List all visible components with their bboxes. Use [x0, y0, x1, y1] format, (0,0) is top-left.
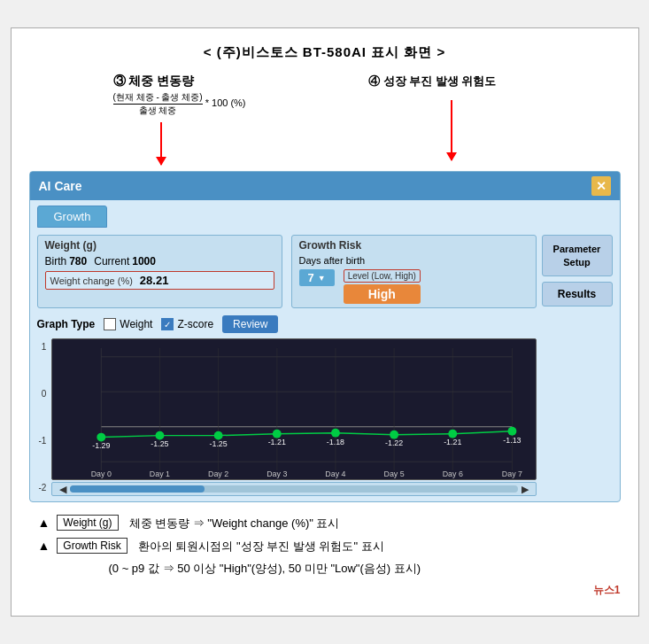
dialog-body: Weight (g) Birth 780 Current 1000 Weight… [30, 228, 620, 501]
y-label-neg2: -2 [39, 483, 47, 493]
days-box[interactable]: 7 ▼ [299, 269, 335, 286]
weight-row: Birth 780 Current 1000 [45, 255, 274, 268]
weight-check-label: Weight [120, 318, 152, 330]
arrow-weight-icon [160, 122, 162, 165]
chart-container: 1 0 -1 -2 [37, 338, 537, 496]
weight-panel: Weight (g) Birth 780 Current 1000 Weight… [37, 235, 282, 308]
weight-panel-title: Weight (g) [45, 239, 274, 252]
annotation-growth: ④ 성장 부진 발생 위험도 [368, 74, 496, 89]
svg-text:Day 0: Day 0 [91, 469, 112, 478]
close-button[interactable]: ✕ [591, 176, 611, 196]
scroll-left-icon[interactable]: ◀ [56, 484, 70, 495]
birth-label: Birth [45, 255, 67, 268]
annot-text-2: 환아의 퇴원시점의 "성장 부진 발생 위험도" 표시 [138, 538, 384, 555]
dialog-header: AI Care ✕ [30, 172, 620, 200]
chart-with-scroll: -1.29 -1.25 -1.25 -1.21 -1.18 -1.22 -1.2… [51, 338, 536, 496]
annotation-area: ③ 체중 변동량 (현재 체중 - 출생 체중) 출생 체중 * 100 (%)… [29, 74, 621, 171]
y-label-0: 0 [42, 389, 47, 399]
svg-text:Day 7: Day 7 [502, 469, 522, 478]
annot-tag-2: Growth Risk [57, 538, 127, 554]
growth-panel: Growth Risk Days after birth 7 ▼ Level (… [291, 235, 537, 308]
scroll-right-icon[interactable]: ▶ [518, 484, 532, 495]
annotation-weight-title: ③ 체중 변동량 [113, 74, 246, 89]
svg-text:Day 2: Day 2 [208, 469, 228, 478]
annot-row-2: ▲ Growth Risk 환아의 퇴원시점의 "성장 부진 발생 위험도" 표… [38, 538, 621, 555]
right-panel: ParameterSetup Results [542, 235, 613, 496]
bottom-annotations: ▲ Weight (g) 체중 변동량 ⇒ "Weight change (%)… [29, 515, 621, 578]
chart-svg: -1.29 -1.25 -1.25 -1.21 -1.18 -1.22 -1.2… [52, 339, 535, 479]
high-button[interactable]: High [344, 284, 421, 304]
weight-change-value: 28.21 [140, 274, 169, 287]
current-label: Current [94, 255, 129, 268]
weight-checkbox-group: Weight [104, 318, 152, 330]
svg-text:-1.22: -1.22 [385, 439, 403, 448]
level-row: Level (Low, High) High [344, 269, 421, 304]
svg-text:-1.25: -1.25 [210, 440, 228, 449]
arrow-growth-icon [451, 100, 452, 160]
chart-scrollbar[interactable]: ◀ ▶ [51, 482, 536, 496]
tab-bar: Growth [30, 200, 620, 228]
y-label-neg1: -1 [39, 436, 47, 446]
graph-type-label: Graph Type [37, 318, 96, 330]
annotation-weight: ③ 체중 변동량 (현재 체중 - 출생 체중) 출생 체중 * 100 (%) [113, 74, 246, 117]
tab-growth[interactable]: Growth [37, 206, 108, 228]
growth-panel-title: Growth Risk [299, 239, 529, 252]
y-label-1: 1 [42, 342, 47, 352]
outer-container: < (주)비스토스 BT-580AI 표시 화면 > ③ 체중 변동량 (현재 … [11, 27, 639, 617]
days-label: Days after birth [299, 255, 366, 266]
dropdown-arrow-icon: ▼ [318, 274, 326, 283]
svg-text:Day 6: Day 6 [443, 469, 463, 478]
svg-text:-1.25: -1.25 [151, 440, 169, 449]
birth-value: 780 [69, 255, 87, 268]
days-value: 7 [308, 271, 314, 284]
graph-controls: Graph Type Weight ✓ Z-score Review [37, 315, 537, 333]
days-row: Days after birth [299, 255, 529, 266]
annot-text-3: (0 ~ p9 값 ⇒ 50 이상 "High"(양성), 50 미만 "Low… [109, 560, 421, 578]
ai-care-dialog: AI Care ✕ Growth Weight (g) Birth 780 Cu… [29, 171, 621, 502]
svg-point-16 [331, 429, 340, 438]
zscore-checkbox-group: ✓ Z-score [161, 318, 213, 330]
scrollbar-track [70, 485, 517, 493]
svg-text:-1.21: -1.21 [268, 438, 286, 447]
svg-point-19 [508, 427, 517, 436]
svg-point-14 [214, 431, 223, 440]
page-title: < (주)비스토스 BT-580AI 표시 화면 > [29, 44, 621, 61]
svg-text:Day 1: Day 1 [150, 469, 170, 478]
dialog-title: AI Care [39, 179, 82, 193]
annot-arrow-2: ▲ [38, 539, 50, 553]
left-panel: Weight (g) Birth 780 Current 1000 Weight… [37, 235, 537, 496]
annot-row-3: (0 ~ p9 값 ⇒ 50 이상 "High"(양성), 50 미만 "Low… [38, 560, 621, 578]
svg-text:-1.29: -1.29 [93, 442, 111, 451]
svg-text:-1.18: -1.18 [327, 438, 344, 446]
scrollbar-thumb[interactable] [70, 485, 205, 493]
current-value: 1000 [132, 255, 156, 268]
top-panels: Weight (g) Birth 780 Current 1000 Weight… [37, 235, 537, 308]
weight-change-label: Weight change (%) [50, 275, 133, 286]
svg-point-18 [449, 430, 458, 438]
weight-change-row: Weight change (%) 28.21 [45, 271, 274, 290]
parameter-setup-button[interactable]: ParameterSetup [542, 235, 613, 276]
annotation-weight-formula: (현재 체중 - 출생 체중) 출생 체중 * 100 (%) [113, 91, 246, 117]
svg-text:-1.21: -1.21 [444, 438, 462, 447]
svg-text:Day 4: Day 4 [326, 469, 346, 478]
chart-area: -1.29 -1.25 -1.25 -1.21 -1.18 -1.22 -1.2… [51, 338, 536, 480]
svg-point-17 [390, 431, 399, 439]
svg-text:Day 5: Day 5 [384, 469, 405, 478]
svg-point-13 [156, 431, 165, 440]
svg-text:-1.13: -1.13 [504, 436, 522, 445]
newsone-logo: 뉴스1 [29, 583, 621, 598]
annot-row-1: ▲ Weight (g) 체중 변동량 ⇒ "Weight change (%)… [38, 515, 621, 532]
svg-text:Day 3: Day 3 [267, 469, 288, 478]
svg-point-12 [97, 433, 106, 442]
results-button[interactable]: Results [542, 282, 613, 306]
zscore-checkbox[interactable]: ✓ [161, 318, 174, 330]
zscore-check-label: Z-score [177, 318, 213, 330]
annot-tag-1: Weight (g) [57, 515, 118, 531]
y-axis: 1 0 -1 -2 [37, 338, 49, 496]
annot-text-1: 체중 변동량 ⇒ "Weight change (%)" 표시 [129, 515, 340, 532]
svg-point-15 [273, 430, 282, 438]
weight-checkbox[interactable] [104, 318, 116, 330]
annot-arrow-1: ▲ [38, 516, 50, 530]
level-label: Level (Low, High) [344, 269, 421, 283]
review-button[interactable]: Review [222, 315, 278, 333]
